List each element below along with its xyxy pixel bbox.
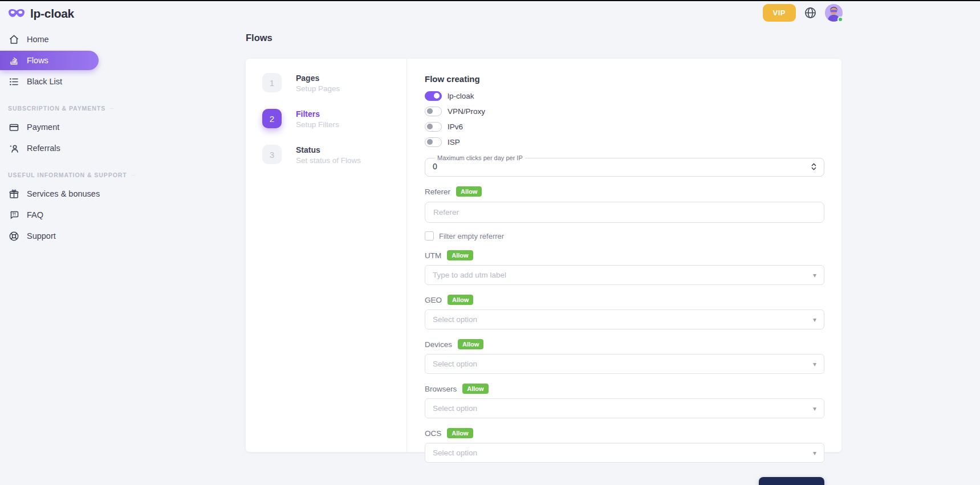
step-filters[interactable]: 2 Filters Setup Filters — [262, 109, 406, 129]
sidebar-item-payment[interactable]: Payment — [0, 117, 114, 137]
caret-down-icon: ▾ — [813, 271, 816, 279]
utm-select[interactable]: Type to add utm label ▾ — [425, 265, 824, 285]
max-clicks-field[interactable]: Maximum clicks per day per IP 0 — [425, 154, 824, 177]
vip-button[interactable]: VIP — [763, 4, 796, 22]
caret-down-icon: ▾ — [813, 405, 816, 413]
geo-select[interactable]: Select option ▾ — [425, 309, 824, 329]
toggle-switch[interactable] — [425, 91, 442, 101]
sidebar-item-faq[interactable]: ?! FAQ — [0, 205, 114, 225]
filter-empty-referrer-row[interactable]: Filter empty referrer — [425, 231, 824, 241]
toggle-label: ISP — [448, 138, 460, 146]
sidebar-item-label: Home — [27, 35, 49, 44]
sidebar-item-home[interactable]: Home — [0, 30, 114, 49]
sidebar-item-support[interactable]: Support — [0, 226, 114, 246]
toggle-isp[interactable]: ISP — [425, 137, 824, 147]
utm-allow-badge[interactable]: Allow — [447, 250, 473, 260]
chevron-up-icon — [811, 163, 816, 166]
toggle-vpn-proxy[interactable]: VPN/Proxy — [425, 107, 824, 116]
list-icon — [9, 76, 19, 87]
checkbox-label: Filter empty referrer — [439, 232, 504, 241]
toggle-lp-cloak[interactable]: lp-cloak — [425, 91, 824, 101]
step-title: Status — [296, 145, 361, 154]
toggle-switch[interactable] — [425, 107, 442, 116]
browsers-placeholder: Select option — [433, 404, 477, 413]
credit-card-icon — [9, 122, 19, 133]
ocs-placeholder: Select option — [433, 449, 477, 457]
gift-icon — [9, 189, 19, 199]
sidebar-item-label: Services & bonuses — [27, 189, 100, 198]
sidebar-item-black-list[interactable]: Black List — [0, 72, 114, 91]
sidebar-item-label: Black List — [27, 77, 62, 86]
max-clicks-value[interactable]: 0 — [433, 162, 437, 171]
step-number: 3 — [262, 145, 282, 164]
step-title: Filters — [296, 109, 339, 119]
stepper: 1 Pages Setup Pages 2 Filters Setup Filt… — [246, 59, 407, 452]
toggle-switch[interactable] — [425, 122, 442, 132]
sidebar-item-label: Payment — [27, 123, 59, 132]
toggle-label: lp-cloak — [448, 92, 474, 100]
toggle-label: IPv6 — [448, 123, 463, 131]
ocs-label: OCS — [425, 429, 441, 438]
sidebar-section-subscription: SUBSCRIPTION & PAYMENTS — [0, 105, 114, 112]
geo-label: GEO — [425, 296, 442, 304]
step-status[interactable]: 3 Status Set status of Flows — [262, 145, 406, 165]
geo-placeholder: Select option — [433, 315, 477, 324]
utm-placeholder: Type to add utm label — [433, 271, 506, 279]
step-subtitle: Setup Filters — [296, 120, 339, 129]
devices-placeholder: Select option — [433, 360, 477, 368]
user-avatar[interactable] — [825, 4, 843, 22]
mask-logo-icon — [7, 7, 26, 21]
devices-select[interactable]: Select option ▾ — [425, 354, 824, 374]
referer-allow-badge[interactable]: Allow — [456, 186, 482, 197]
app-logo[interactable]: lp-cloak — [7, 7, 74, 21]
page-title: Flows — [246, 32, 273, 43]
sidebar-item-label: FAQ — [27, 210, 43, 219]
geo-allow-badge[interactable]: Allow — [448, 295, 473, 305]
sidebar-item-flows[interactable]: Flows — [0, 51, 99, 70]
caret-down-icon: ▾ — [813, 360, 816, 368]
sidebar-item-services-bonuses[interactable]: Services & bonuses — [0, 184, 114, 203]
max-clicks-label: Maximum clicks per day per IP — [435, 154, 525, 161]
browsers-allow-badge[interactable]: Allow — [462, 384, 488, 394]
referer-input[interactable] — [425, 202, 824, 223]
next-step-button[interactable]: Next step — [759, 477, 824, 485]
sidebar-item-label: Referrals — [27, 144, 60, 153]
person-star-icon — [9, 143, 19, 154]
number-stepper[interactable] — [811, 163, 816, 170]
step-pages[interactable]: 1 Pages Setup Pages — [262, 73, 406, 93]
home-icon — [9, 34, 19, 45]
sidebar-item-referrals[interactable]: Referrals — [0, 138, 114, 158]
sidebar: Home Flows Black List SUBSCRIPTION & PAY… — [0, 30, 114, 247]
step-subtitle: Set status of Flows — [296, 156, 361, 165]
filter-empty-referrer-checkbox[interactable] — [425, 231, 434, 241]
ocs-allow-badge[interactable]: Allow — [447, 428, 473, 438]
sidebar-section-support: USEFUL INFORMATION & SUPPORT — [0, 172, 114, 178]
ocs-select[interactable]: Select option ▾ — [425, 443, 824, 463]
toggle-label: VPN/Proxy — [448, 107, 485, 116]
header-right: VIP — [763, 4, 843, 22]
online-status-dot — [837, 17, 843, 22]
flow-creating-form: Flow creating lp-cloak VPN/Proxy IPv6 IS… — [407, 59, 841, 452]
logo-text: lp-cloak — [30, 7, 74, 21]
devices-allow-badge[interactable]: Allow — [458, 339, 483, 349]
flow-card: 1 Pages Setup Pages 2 Filters Setup Filt… — [246, 59, 841, 452]
lifebuoy-icon — [9, 231, 19, 242]
step-number: 2 — [262, 109, 282, 128]
toggle-ipv6[interactable]: IPv6 — [425, 122, 824, 132]
chevron-down-icon — [811, 167, 816, 170]
step-title: Pages — [296, 73, 340, 83]
sidebar-item-label: Support — [27, 231, 56, 241]
toggle-switch[interactable] — [425, 137, 442, 147]
utm-label: UTM — [425, 251, 441, 260]
caret-down-icon: ▾ — [813, 316, 816, 324]
devices-label: Devices — [425, 340, 452, 349]
browsers-label: Browsers — [425, 385, 457, 393]
globe-icon[interactable] — [804, 7, 816, 19]
window-top-edge — [0, 0, 980, 1]
step-subtitle: Setup Pages — [296, 84, 340, 93]
sidebar-item-label: Flows — [27, 56, 48, 65]
faq-bubble-icon: ?! — [9, 210, 19, 221]
browsers-select[interactable]: Select option ▾ — [425, 398, 824, 418]
referer-label: Referer — [425, 188, 450, 196]
flows-icon — [9, 55, 19, 66]
